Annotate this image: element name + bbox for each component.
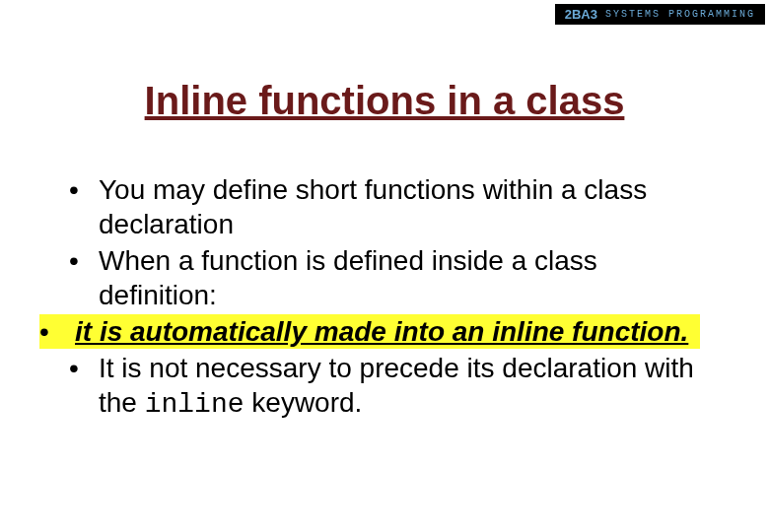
- course-label: SYSTEMS PROGRAMMING: [605, 9, 755, 20]
- bullet-2: When a function is defined inside a clas…: [69, 243, 700, 312]
- slide-title: Inline functions in a class: [0, 79, 769, 123]
- course-header: 2BA3 SYSTEMS PROGRAMMING: [555, 4, 765, 25]
- bullet-4-post: keyword.: [245, 387, 363, 418]
- course-code: 2BA3: [565, 7, 597, 22]
- bullet-1: You may define short functions within a …: [69, 172, 700, 241]
- bullet-3-highlight: it is automatically made into an inline …: [69, 314, 700, 349]
- inline-keyword: inline: [145, 389, 245, 420]
- bullet-list: You may define short functions within a …: [69, 172, 700, 422]
- bullet-4: It is not necessary to precede its decla…: [69, 351, 700, 422]
- bullet-3-text: it is automatically made into an inline …: [69, 316, 688, 347]
